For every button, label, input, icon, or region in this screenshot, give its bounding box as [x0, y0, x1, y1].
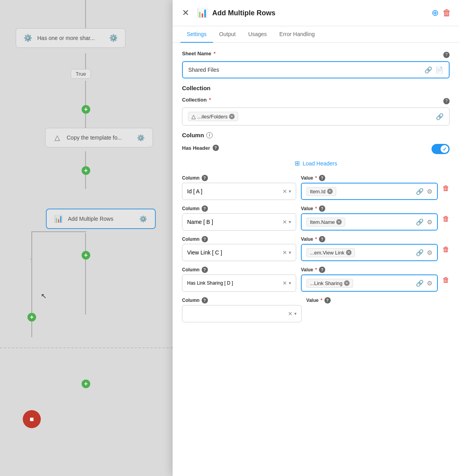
column-row-2: Column ? View Link [ C ] ✕ ▾ Value* ? — [182, 236, 450, 261]
collection-icons: 🔗 — [436, 113, 444, 120]
val-field-1[interactable]: Item.Name ✕ 🔗 ⚙ — [301, 213, 438, 231]
link-icon-val-2[interactable]: 🔗 — [416, 249, 424, 256]
link-icon-val-1[interactable]: 🔗 — [416, 218, 424, 226]
col-value-1: Name [ B ] — [187, 219, 213, 225]
column-section-title: Column i — [182, 132, 450, 138]
val-section-0: Value* ? Item.Id ✕ 🔗 ⚙ — [301, 175, 438, 200]
val-tag-text-1: Item.Name — [310, 219, 335, 225]
tab-error-handling[interactable]: Error Handling — [273, 26, 321, 43]
val-field-0[interactable]: Item.Id ✕ 🔗 ⚙ — [301, 183, 438, 200]
settings-content: Sheet Name* ? Shared Files 🔗 📄 Collectio… — [173, 43, 459, 476]
settings-panel: ✕ 📊 Add Multiple Rows ⊕ 🗑 Settings Outpu… — [173, 0, 459, 476]
val-tag-remove-2[interactable]: ✕ — [346, 250, 352, 255]
col-clear-0[interactable]: ✕ — [282, 188, 287, 194]
col-help-4[interactable]: ? — [202, 297, 208, 303]
add-node-btn-3[interactable]: + — [82, 251, 90, 260]
val-tag-text-0: Item.Id — [310, 189, 326, 194]
col-clear-2[interactable]: ✕ — [282, 249, 287, 256]
val-icons-1: 🔗 ⚙ — [416, 218, 432, 226]
col-clear-4[interactable]: ✕ — [288, 311, 293, 317]
val-tag-text-3: ...Link Sharing — [310, 280, 342, 286]
col-field-1[interactable]: Name [ B ] ✕ ▾ — [182, 213, 296, 231]
filter-icon-val-3[interactable]: ⚙ — [427, 280, 432, 287]
col-clear-1[interactable]: ✕ — [282, 219, 287, 225]
sheet-name-label: Sheet Name* — [182, 51, 215, 56]
val-section-1: Value* ? Item.Name ✕ 🔗 ⚙ — [301, 205, 438, 231]
col-chevron-4[interactable]: ▾ — [294, 311, 297, 316]
tab-usages[interactable]: Usages — [242, 26, 273, 43]
col-field-2[interactable]: View Link [ C ] ✕ ▾ — [182, 244, 296, 261]
collection-field[interactable]: △ ...iles/Folders ✕ 🔗 — [182, 107, 450, 125]
val-help-4[interactable]: ? — [324, 297, 331, 303]
load-headers-label: Load Headers — [303, 160, 337, 167]
col-field-0[interactable]: Id [ A ] ✕ ▾ — [182, 183, 296, 200]
col-field-4[interactable]: ✕ ▾ — [182, 305, 302, 322]
delete-row-0[interactable]: 🗑 — [443, 184, 450, 193]
stop-button[interactable]: ■ — [23, 410, 41, 428]
filter-icon-val-0[interactable]: ⚙ — [427, 188, 432, 195]
val-help-1[interactable]: ? — [319, 205, 325, 212]
link-icon-val-0[interactable]: 🔗 — [416, 188, 424, 195]
collection-help-icon[interactable]: ? — [443, 98, 450, 104]
has-header-help-icon[interactable]: ? — [213, 145, 219, 151]
col-chevron-1[interactable]: ▾ — [289, 219, 291, 225]
col-field-3[interactable]: Has Link Sharing [ D ] ✕ ▾ — [182, 274, 296, 292]
val-help-0[interactable]: ? — [319, 175, 325, 181]
col-clear-3[interactable]: ✕ — [282, 280, 287, 286]
val-field-2[interactable]: ...em.View Link ✕ 🔗 ⚙ — [301, 244, 438, 261]
collection-tag-text: ...iles/Folders — [197, 114, 228, 120]
table-icon: ⊞ — [295, 160, 300, 167]
delete-row-2[interactable]: 🗑 — [443, 245, 450, 254]
val-section-2: Value* ? ...em.View Link ✕ 🔗 ⚙ — [301, 236, 438, 261]
column-row-1: Column ? Name [ B ] ✕ ▾ Value* ? — [182, 205, 450, 231]
val-section-3: Value* ? ...Link Sharing ✕ 🔗 ⚙ — [301, 267, 438, 292]
close-button[interactable]: ✕ — [180, 6, 191, 20]
delete-row-1[interactable]: 🗑 — [443, 215, 450, 223]
column-info-icon[interactable]: i — [206, 132, 213, 138]
doc-icon-sheet[interactable]: 📄 — [435, 66, 443, 74]
val-icons-0: 🔗 ⚙ — [416, 188, 432, 195]
panel-header: ✕ 📊 Add Multiple Rows ⊕ 🗑 — [173, 0, 459, 26]
add-node-btn-2[interactable]: + — [82, 166, 90, 175]
target-icon[interactable]: ⊕ — [432, 8, 439, 18]
col-help-2[interactable]: ? — [202, 236, 208, 242]
val-help-2[interactable]: ? — [319, 236, 325, 242]
tabs-bar: Settings Output Usages Error Handling — [173, 26, 459, 43]
tab-settings[interactable]: Settings — [180, 26, 213, 43]
sheet-name-help-icon[interactable]: ? — [443, 52, 450, 58]
col-chevron-0[interactable]: ▾ — [289, 189, 291, 194]
val-tag-remove-1[interactable]: ✕ — [336, 219, 342, 225]
col-help-3[interactable]: ? — [202, 267, 208, 273]
val-tag-remove-0[interactable]: ✕ — [327, 189, 333, 194]
filter-icon-val-1[interactable]: ⚙ — [427, 218, 432, 226]
tab-output[interactable]: Output — [213, 26, 242, 43]
val-label-4: Value* ? — [306, 297, 450, 303]
delete-node-button[interactable]: 🗑 — [443, 8, 451, 18]
has-header-toggle[interactable]: ✓ — [432, 144, 450, 154]
col-chevron-3[interactable]: ▾ — [289, 280, 291, 286]
val-tag-text-2: ...em.View Link — [310, 250, 344, 256]
val-field-3[interactable]: ...Link Sharing ✕ 🔗 ⚙ — [301, 274, 438, 292]
col-value-2: View Link [ C ] — [187, 249, 222, 256]
filter-icon-val-2[interactable]: ⚙ — [427, 249, 432, 256]
col-help-1[interactable]: ? — [202, 205, 208, 212]
load-headers-button[interactable]: ⊞ Load Headers — [182, 160, 450, 167]
link-icon-sheet[interactable]: 🔗 — [424, 66, 432, 74]
val-help-3[interactable]: ? — [319, 267, 325, 273]
col-section-0: Column ? Id [ A ] ✕ ▾ — [182, 175, 296, 200]
val-tag-3: ...Link Sharing ✕ — [306, 279, 353, 288]
add-node-btn-4[interactable]: + — [27, 313, 36, 322]
val-label-2: Value* ? — [301, 236, 438, 242]
collection-tag: △ ...iles/Folders ✕ — [188, 112, 238, 121]
link-icon-collection[interactable]: 🔗 — [436, 113, 444, 120]
col-label-2: Column ? — [182, 236, 296, 242]
val-tag-remove-3[interactable]: ✕ — [344, 280, 350, 286]
collection-tag-remove[interactable]: ✕ — [229, 114, 235, 119]
link-icon-val-3[interactable]: 🔗 — [416, 280, 424, 287]
delete-row-3[interactable]: 🗑 — [443, 276, 450, 284]
sheet-name-field[interactable]: Shared Files 🔗 📄 — [182, 61, 450, 78]
add-node-btn-5[interactable]: + — [82, 380, 90, 388]
add-node-btn-1[interactable]: + — [82, 105, 90, 114]
col-chevron-2[interactable]: ▾ — [289, 250, 291, 255]
col-help-0[interactable]: ? — [202, 175, 208, 181]
